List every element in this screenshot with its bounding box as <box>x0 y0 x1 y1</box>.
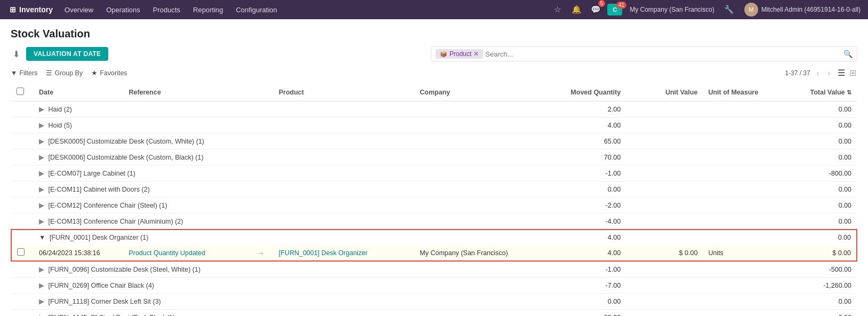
search-tag-product[interactable]: 📦 Product ✕ <box>436 49 483 59</box>
group-label[interactable]: ▼ [FURN_0001] Desk Organizer (1) <box>34 230 543 245</box>
table-row: ▶ [E-COM11] Cabinet with Doors (2) 0.00 … <box>11 181 857 198</box>
wrench-icon[interactable]: 🔧 <box>722 2 737 17</box>
app-name: Inventory <box>19 5 53 14</box>
pagination-next[interactable]: › <box>825 68 832 78</box>
col-header-unit-value[interactable]: Unit Value <box>626 83 703 101</box>
menu-products[interactable]: Products <box>147 0 187 19</box>
col-header-company[interactable]: Company <box>414 83 542 101</box>
row-checkbox[interactable] <box>17 248 25 256</box>
row-select <box>11 101 34 117</box>
stock-valuation-table: Date Reference Product Company Moved Qua… <box>11 83 857 316</box>
favorites-label: Favorites <box>100 69 127 77</box>
grid-view-icon[interactable]: ⊞ <box>848 67 857 79</box>
grid-icon: ⊞ <box>10 5 16 14</box>
page-header: Stock Valuation <box>11 28 857 40</box>
col-header-reference[interactable]: Reference <box>123 83 251 101</box>
group-label[interactable]: ▶ [E-COM13] Conference Chair (Aluminium)… <box>34 214 543 230</box>
favorites-button[interactable]: ★ Favorites <box>91 69 127 77</box>
group-moved-qty: 2.00 <box>543 101 626 117</box>
expand-icon[interactable]: ▶ <box>39 170 44 177</box>
table-row: ▶ [E-COM13] Conference Chair (Aluminium)… <box>11 214 857 230</box>
detail-unit-value: $ 0.00 <box>626 245 703 261</box>
col-header-arrow <box>252 83 274 101</box>
table-row: ▶ [DESK0006] Customizable Desk (Custom, … <box>11 149 857 165</box>
detail-reference[interactable]: Product Quantity Updated <box>123 245 251 261</box>
page-title: Stock Valuation <box>11 28 90 40</box>
company-name: My Company (San Francisco) <box>626 6 718 13</box>
group-label[interactable]: ▶ [E-COM12] Conference Chair (Steel) (1) <box>34 198 543 214</box>
group-label[interactable]: ▶ [DESK0005] Customizable Desk (Custom, … <box>34 133 543 149</box>
table-row: ▶ [DESK0005] Customizable Desk (Custom, … <box>11 133 857 149</box>
move-arrow-icon: → <box>252 245 274 261</box>
favorites-icon: ★ <box>91 69 98 77</box>
group-label[interactable]: ▶ [FURN_0269] Office Chair Black (4) <box>34 278 543 294</box>
expand-icon[interactable]: ▶ <box>39 282 44 289</box>
c-badge: 41 <box>616 2 626 9</box>
select-all-checkbox[interactable] <box>17 88 24 95</box>
list-view-icon[interactable]: ☰ <box>837 67 846 79</box>
bell-icon[interactable]: 🔔 <box>569 2 584 17</box>
col-header-total-value[interactable]: Total Value ⇅ <box>780 83 857 101</box>
expand-icon[interactable]: ▶ <box>39 138 44 145</box>
filters-button[interactable]: ▼ Filters <box>11 69 37 77</box>
expand-icon[interactable]: ▼ <box>39 234 45 241</box>
col-header-uom[interactable]: Unit of Measure <box>703 83 779 101</box>
star-icon[interactable]: ☆ <box>550 2 565 17</box>
valuation-at-date-button[interactable]: VALUATION AT DATE <box>26 47 108 61</box>
pagination-prev[interactable]: ‹ <box>815 68 822 78</box>
col-header-date[interactable]: Date <box>34 83 123 101</box>
expand-icon[interactable]: ▶ <box>39 106 44 113</box>
expand-icon[interactable]: ▶ <box>39 122 44 129</box>
view-toggle: ☰ ⊞ <box>837 67 857 79</box>
product-tag-icon: 📦 <box>440 51 447 58</box>
group-total: 0.00 <box>780 101 857 117</box>
expand-icon[interactable]: ▶ <box>39 298 44 305</box>
group-label[interactable]: ▶ [FURN_1118] Corner Desk Left Sit (3) <box>34 294 543 310</box>
search-input[interactable] <box>485 50 841 58</box>
expand-icon[interactable]: ▶ <box>39 154 44 161</box>
download-button[interactable]: ⬇ <box>11 47 22 61</box>
group-label[interactable]: ▶ [FURN_0096] Customizable Desk (Steel, … <box>34 261 543 278</box>
group-label[interactable]: ▶ [DESK0006] Customizable Desk (Custom, … <box>34 149 543 165</box>
expand-icon[interactable]: ▶ <box>39 186 44 193</box>
group-label[interactable]: ▶ [E-COM11] Cabinet with Doors (2) <box>34 181 543 198</box>
table-row: ▶ [FURN_1118] Corner Desk Left Sit (3) 0… <box>11 294 857 310</box>
col-header-product[interactable]: Product <box>274 83 415 101</box>
group-total: 0.00 <box>780 117 857 133</box>
app-brand[interactable]: ⊞ Inventory <box>4 5 58 14</box>
expand-icon[interactable]: ▶ <box>39 202 44 209</box>
detail-moved-qty: 4.00 <box>543 245 626 261</box>
group-moved-qty: 4.00 <box>543 117 626 133</box>
menu-operations[interactable]: Operations <box>100 0 147 19</box>
filter-icon: ▼ <box>11 69 17 77</box>
menu-configuration[interactable]: Configuration <box>229 0 283 19</box>
menu-reporting[interactable]: Reporting <box>187 0 229 19</box>
user-menu[interactable]: M Mitchell Admin (46951914-16-0-all) <box>741 3 864 17</box>
menu-overview[interactable]: Overview <box>58 0 100 19</box>
group-label[interactable]: ▶ Haid (2) <box>34 101 543 117</box>
chat-badge: 5 <box>598 0 606 7</box>
detail-total-value: $ 0.00 <box>780 245 857 261</box>
groupby-button[interactable]: ☰ Group By <box>46 69 83 77</box>
expand-icon[interactable]: ▶ <box>39 266 44 273</box>
top-menu: Overview Operations Products Reporting C… <box>58 0 550 19</box>
topnav-right-section: ☆ 🔔 💬 5 C 41 My Company (San Francisco) … <box>550 2 864 17</box>
group-label[interactable]: ▶ [E-COM07] Large Cabinet (1) <box>34 165 543 181</box>
groupby-icon: ☰ <box>46 69 52 77</box>
group-label[interactable]: ▶ Hoid (5) <box>34 117 543 133</box>
expand-icon[interactable]: ▶ <box>39 218 44 225</box>
table-row: 06/24/2023 15:38:16 Product Quantity Upd… <box>11 245 857 261</box>
table-row: ▶ [E-COM07] Large Cabinet (1) -1.00 -800… <box>11 165 857 181</box>
group-label[interactable]: ▶ [FURN_1145_B] Stool Foot (Dark Blue) (… <box>34 310 543 317</box>
expand-icon[interactable]: ▶ <box>39 314 44 316</box>
table-row: ▶ [FURN_1145_B] Stool Foot (Dark Blue) (… <box>11 310 857 317</box>
search-icon: 🔍 <box>843 50 853 58</box>
table-header-row: Date Reference Product Company Moved Qua… <box>11 83 857 101</box>
table-row: ▶ [E-COM12] Conference Chair (Steel) (1)… <box>11 198 857 214</box>
main-content: Stock Valuation ⬇ VALUATION AT DATE 📦 Pr… <box>0 19 868 316</box>
groupby-label: Group By <box>54 69 83 77</box>
search-tag-close[interactable]: ✕ <box>473 50 479 58</box>
col-header-moved-qty[interactable]: Moved Quantity <box>543 83 626 101</box>
user-avatar: M <box>744 3 758 17</box>
detail-product[interactable]: [FURN_0001] Desk Organizer <box>274 245 415 261</box>
